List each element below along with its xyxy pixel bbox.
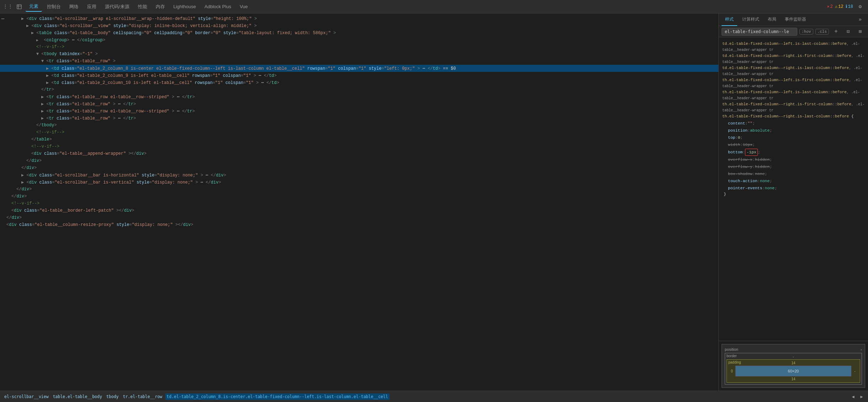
css-prop-top: top : 0 ; [722, 134, 865, 141]
css-prop-width: width : 10px ; [722, 141, 865, 148]
tab-lighthouse[interactable]: Lighthouse [170, 2, 200, 12]
breadcrumb-nav: ◀ ▶ [850, 393, 865, 400]
toolbar-right: ✕ 2 ⚠ 12 ℹ 18 ⚙ [827, 2, 865, 12]
dom-line[interactable]: </div> [0, 186, 718, 193]
dom-line[interactable]: <div class="el-table__append-wrapper" ><… [0, 150, 718, 157]
breadcrumb-prev-btn[interactable]: ◀ [850, 393, 857, 400]
breadcrumb-item-scrollbar[interactable]: el-scrollbar__view [3, 393, 50, 400]
tab-layout[interactable]: 布局 [764, 14, 780, 26]
devtools-menu-icon[interactable]: ⋮⋮ [3, 2, 13, 12]
dom-line[interactable]: </tbody> [0, 122, 718, 129]
breadcrumb-item-tbody[interactable]: tbody [105, 393, 120, 400]
border-val: - [727, 355, 860, 359]
tab-network[interactable]: 网络 [66, 2, 82, 12]
dom-line[interactable]: <!--v-if--> [0, 200, 718, 207]
border-box: border - padding 14 0 60×20 - [725, 353, 862, 385]
dom-line[interactable]: <!--v-if--> [0, 43, 718, 51]
dom-panel[interactable]: ⋯ ▶ <div class="el-scrollbar__wrap el-sc… [0, 14, 719, 391]
styles-tabs: 样式 计算样式 布局 事件监听器 » [719, 14, 868, 26]
hover-badge[interactable]: :hov [799, 29, 813, 35]
cls-badge[interactable]: .cls [815, 29, 829, 35]
content-row: 0 60×20 - [728, 366, 858, 376]
dom-line[interactable]: </table> [0, 136, 718, 143]
css-selector-line: td.el-table-fixed-column--left.is-last-c… [722, 40, 865, 120]
css-prop-box-shadow: box-shadow : none ; [722, 170, 865, 178]
dom-line[interactable]: ▶ <tr class="el-table__row el-table__row… [0, 93, 718, 100]
padding-val-top: 14 [728, 361, 858, 365]
css-prop-position: position : absolute ; [722, 127, 865, 134]
border-label: border [727, 354, 737, 358]
breadcrumb-item-td-active[interactable]: td.el-table_2_column_8.is-center.el-tabl… [165, 393, 390, 400]
dom-line[interactable]: </div> [0, 157, 718, 164]
tab-console[interactable]: 控制台 [43, 2, 64, 12]
box-model-diagram: position - border - padding 14 0 [722, 344, 865, 388]
dom-line[interactable]: ▶ <tr class="el-table__row el-table__row… [0, 107, 718, 115]
settings-icon[interactable]: ⚙ [855, 2, 865, 12]
top-toolbar: ⋮⋮ 元素 控制台 网络 应用 源代码/来源 性能 内存 Lighthouse … [0, 0, 868, 14]
padding-box: padding 14 0 60×20 - 14 [727, 359, 860, 383]
css-prop-overflow-y: overflow-y : hidden ; [722, 163, 865, 170]
content-size: 60×20 [788, 369, 799, 373]
dom-line[interactable]: ▶ <table class="el-table__body" cellspac… [0, 29, 718, 36]
dom-line[interactable]: ▶ <tr class="el-table__row" > ⋯ </tr> [0, 100, 718, 107]
toggle-style-icon[interactable]: ⊡ [843, 27, 853, 37]
inspect-icon[interactable] [14, 2, 24, 12]
dom-line-selected[interactable]: ▶ <td class="el-table_2_column_8 is-cent… [0, 65, 718, 72]
tab-styles[interactable]: 样式 [722, 14, 737, 26]
position-row: position - [725, 347, 862, 351]
tab-sources[interactable]: 源代码/来源 [101, 2, 133, 12]
dom-line[interactable]: ▶ <td class="el-table_2_column_10 is-lef… [0, 79, 718, 86]
tab-application[interactable]: 应用 [84, 2, 100, 12]
dom-line[interactable]: ▶ <div class="el-scrollbar__bar is-verti… [0, 179, 718, 186]
dom-line[interactable]: ▶ <div class="el-scrollbar__bar is-horiz… [0, 171, 718, 179]
styles-filter-input[interactable] [722, 28, 797, 36]
css-closing-brace: } [722, 192, 865, 198]
dom-more-icon[interactable]: ⋯ [0, 15, 6, 22]
dom-line[interactable]: <!--v-if--> [0, 129, 718, 136]
styles-filter-bar: :hov .cls + ⊡ ⊞ [719, 26, 868, 37]
tab-event-listeners[interactable]: 事件监听器 [781, 14, 810, 26]
more-tabs-icon[interactable]: » [855, 15, 865, 25]
expand-style-icon[interactable]: ⊞ [855, 27, 865, 37]
breadcrumb-item-table[interactable]: table.el-table__body [52, 393, 103, 400]
styles-content[interactable]: td.el-table-fixed-column--left.is-last-c… [719, 37, 868, 341]
css-prop-overflow-x: overflow-x : hidden ; [722, 156, 865, 163]
warning-count: 12 [838, 4, 843, 9]
tab-performance[interactable]: 性能 [134, 2, 151, 12]
tab-vue[interactable]: Vue [236, 2, 251, 12]
breadcrumb-item-tr[interactable]: tr.el-table__row [122, 393, 164, 400]
tab-adblock[interactable]: Adblock Plus [201, 2, 235, 12]
padding-val-bottom: 14 [728, 377, 858, 381]
padding-label: padding [728, 360, 741, 364]
css-prop-content: content : "" ; [722, 120, 865, 127]
css-prop-touch-action: touch-action : none ; [722, 178, 865, 185]
dom-line[interactable]: <div class="el-table__column-resize-prox… [0, 221, 718, 228]
dom-line[interactable]: </div> [0, 193, 718, 200]
dom-line[interactable]: </div> [0, 164, 718, 171]
tab-memory[interactable]: 内存 [152, 2, 168, 12]
dom-line[interactable]: </div> [0, 214, 718, 221]
right-panel: 样式 计算样式 布局 事件监听器 » :hov .cls + ⊡ ⊞ [719, 14, 868, 391]
dom-line[interactable]: ▶ <td class="el-table_2_column_9 is-left… [0, 72, 718, 79]
breadcrumb-next-btn[interactable]: ▶ [858, 393, 865, 400]
error-badge[interactable]: ✕ 2 [827, 4, 833, 9]
dom-line[interactable]: ▶ <colgroup> ⋯ </colgroup> [0, 36, 718, 43]
dom-line[interactable]: ▼ <tbody tabindex="-1" > [0, 51, 718, 58]
tab-computed[interactable]: 计算样式 [739, 14, 763, 26]
content-box: 60×20 [735, 366, 851, 376]
dom-line[interactable]: <!--v-if--> [0, 143, 718, 150]
dom-line[interactable]: ▶ <div class="el-scrollbar__wrap el-scro… [0, 15, 718, 22]
add-style-icon[interactable]: + [831, 27, 841, 37]
padding-left-val: 0 [728, 369, 735, 373]
info-badge[interactable]: ℹ 18 [846, 4, 853, 9]
css-prop-bottom: bottom : -1px ; [722, 148, 865, 156]
warning-icon: ⚠ [835, 4, 837, 9]
dom-line[interactable]: </tr> [0, 86, 718, 93]
warning-badge[interactable]: ⚠ 12 [835, 4, 843, 9]
dom-line[interactable]: ▼ <tr class="el-table__row" > [0, 58, 718, 65]
dom-line[interactable]: ▶ <tr class="el-table__row" > ⋯ </tr> [0, 115, 718, 122]
dom-line[interactable]: <div class="el-table__border-left-patch"… [0, 207, 718, 214]
tab-elements[interactable]: 元素 [26, 2, 42, 12]
dom-line[interactable]: ▶ <div class="el-scrollbar__view" style=… [0, 22, 718, 29]
padding-right-val: - [851, 369, 858, 373]
